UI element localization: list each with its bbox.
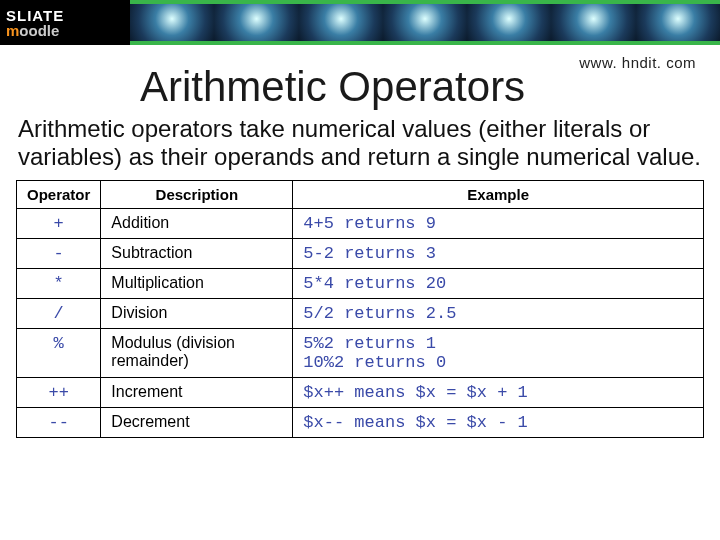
th-description: Description: [101, 180, 293, 208]
logo-line2a: m: [6, 22, 19, 39]
table-row: --Decrement$x-- means $x = $x - 1: [17, 407, 704, 437]
operators-table: Operator Description Example +Addition4+…: [16, 180, 704, 438]
table-header-row: Operator Description Example: [17, 180, 704, 208]
banner-orb-7: [636, 4, 720, 41]
example-cell: 5%2 returns 1 10%2 returns 0: [293, 328, 704, 377]
operators-table-wrap: Operator Description Example +Addition4+…: [0, 180, 720, 448]
example-cell: 5/2 returns 2.5: [293, 298, 704, 328]
table-row: ++Increment$x++ means $x = $x + 1: [17, 377, 704, 407]
banner-orb-2: [214, 4, 298, 41]
th-example: Example: [293, 180, 704, 208]
operator-cell: ++: [17, 377, 101, 407]
description-cell: Division: [101, 298, 293, 328]
logo-line2b: oodle: [19, 22, 59, 39]
description-cell: Increment: [101, 377, 293, 407]
banner-orb-5: [467, 4, 551, 41]
example-cell: $x++ means $x = $x + 1: [293, 377, 704, 407]
logo-block: SLIATE moodle: [0, 0, 130, 45]
logo-line2: moodle: [6, 23, 64, 38]
operator-cell: /: [17, 298, 101, 328]
header-banner: SLIATE moodle: [0, 0, 720, 45]
example-cell: 4+5 returns 9: [293, 208, 704, 238]
description-text: Arithmetic operators take numerical valu…: [0, 111, 720, 180]
description-cell: Modulus (division remainder): [101, 328, 293, 377]
operator-cell: --: [17, 407, 101, 437]
site-url: www. hndit. com: [579, 54, 696, 71]
example-cell: $x-- means $x = $x - 1: [293, 407, 704, 437]
banner-image-strip: [130, 0, 720, 45]
banner-orb-6: [551, 4, 635, 41]
operator-cell: +: [17, 208, 101, 238]
logo-line1: SLIATE: [6, 8, 64, 23]
table-row: -Subtraction5-2 returns 3: [17, 238, 704, 268]
operator-cell: %: [17, 328, 101, 377]
example-cell: 5-2 returns 3: [293, 238, 704, 268]
description-cell: Multiplication: [101, 268, 293, 298]
description-cell: Addition: [101, 208, 293, 238]
operator-cell: -: [17, 238, 101, 268]
operator-cell: *: [17, 268, 101, 298]
example-cell: 5*4 returns 20: [293, 268, 704, 298]
th-operator: Operator: [17, 180, 101, 208]
description-cell: Subtraction: [101, 238, 293, 268]
description-cell: Decrement: [101, 407, 293, 437]
table-row: +Addition4+5 returns 9: [17, 208, 704, 238]
banner-orb-1: [130, 4, 214, 41]
table-row: %Modulus (division remainder)5%2 returns…: [17, 328, 704, 377]
banner-orb-4: [383, 4, 467, 41]
banner-orb-3: [299, 4, 383, 41]
table-row: /Division5/2 returns 2.5: [17, 298, 704, 328]
table-row: *Multiplication5*4 returns 20: [17, 268, 704, 298]
